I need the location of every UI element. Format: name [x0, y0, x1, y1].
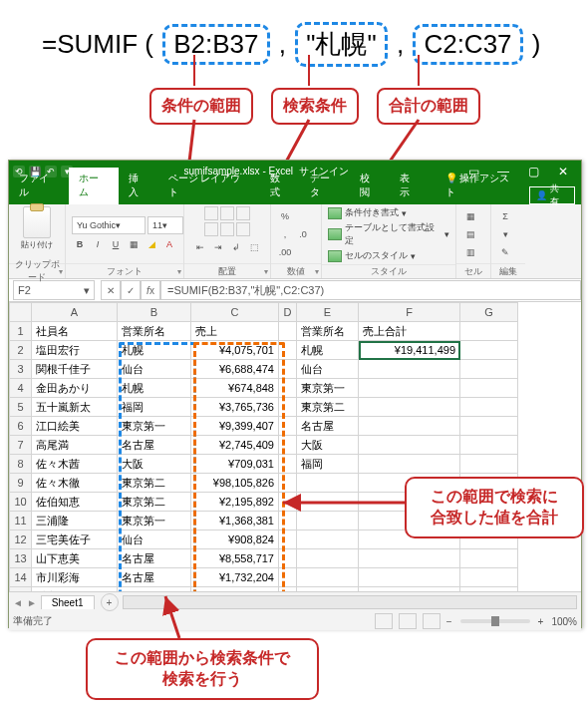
cell[interactable]	[460, 341, 518, 360]
font-name-select[interactable]: Yu Gothic ▾	[72, 216, 146, 234]
cell[interactable]: 大阪	[297, 436, 359, 455]
cell[interactable]: ¥3,765,736	[191, 398, 279, 417]
cell[interactable]: 高尾満	[32, 436, 118, 455]
row-header[interactable]: 8	[10, 455, 32, 474]
cell[interactable]	[359, 379, 460, 398]
row-header[interactable]: 13	[10, 549, 32, 568]
cell[interactable]	[279, 322, 297, 341]
tab-pagelayout[interactable]: ページ レイアウト	[158, 168, 260, 204]
cell[interactable]: ¥1,732,204	[191, 568, 279, 587]
tab-formulas[interactable]: 数式	[260, 168, 300, 204]
nav-next-icon[interactable]: ►	[27, 597, 37, 608]
fill-button[interactable]: ▾	[497, 226, 513, 242]
italic-button[interactable]: I	[90, 236, 106, 252]
indent-inc-button[interactable]: ⇥	[210, 239, 226, 255]
dec-decimal-button[interactable]: .00	[277, 244, 293, 260]
cell[interactable]: 仙台	[118, 530, 191, 549]
tab-insert[interactable]: 挿入	[119, 168, 158, 204]
cell[interactable]	[279, 341, 297, 360]
cell[interactable]	[279, 549, 297, 568]
fill-color-button[interactable]: ◢	[144, 236, 159, 252]
percent-button[interactable]: %	[277, 208, 293, 224]
cell[interactable]: 佐々木茜	[32, 455, 118, 474]
cell[interactable]: 東京第一	[118, 417, 191, 436]
cell[interactable]: ¥1,676,545	[191, 587, 279, 592]
cell[interactable]: 関根千佳子	[32, 360, 118, 379]
tab-review[interactable]: 校閲	[350, 168, 390, 204]
row-header[interactable]: 6	[10, 417, 32, 436]
cell[interactable]: 名古屋	[118, 568, 191, 587]
cell[interactable]: 氏家光	[32, 587, 118, 592]
cell[interactable]: 営業所名	[118, 322, 191, 341]
cell[interactable]: 名古屋	[118, 549, 191, 568]
col-header[interactable]: E	[297, 303, 359, 322]
row-header[interactable]: 15	[10, 587, 32, 592]
cell[interactable]: ¥1,368,381	[191, 512, 279, 530]
row-header[interactable]: 9	[10, 474, 32, 493]
cell[interactable]: 売上	[191, 322, 279, 341]
row-header[interactable]: 5	[10, 398, 32, 417]
cell[interactable]	[297, 549, 359, 568]
zoom-slider[interactable]	[460, 619, 530, 623]
cell[interactable]: ¥2,745,409	[191, 436, 279, 455]
cell[interactable]	[279, 568, 297, 587]
cell[interactable]	[297, 587, 359, 592]
merge-button[interactable]: ⬚	[246, 239, 262, 255]
row-header[interactable]: 3	[10, 360, 32, 379]
tab-file[interactable]: ファイル	[9, 168, 69, 204]
fx-icon[interactable]: fx	[141, 280, 160, 300]
cell[interactable]: 東京第二	[118, 474, 191, 493]
wrap-button[interactable]: ↲	[228, 239, 244, 255]
cell[interactable]: ¥2,195,892	[191, 493, 279, 512]
cell[interactable]: 佐々木徹	[32, 474, 118, 493]
cell[interactable]: ¥8,558,717	[191, 549, 279, 568]
tab-home[interactable]: ホーム	[69, 168, 119, 204]
col-header[interactable]: F	[359, 303, 460, 322]
cell[interactable]	[460, 322, 518, 341]
row-header[interactable]: 7	[10, 436, 32, 455]
cell[interactable]: 福岡	[297, 455, 359, 474]
tab-data[interactable]: データ	[300, 168, 350, 204]
cell[interactable]: 東京第一	[297, 379, 359, 398]
cell[interactable]	[279, 474, 297, 493]
cell[interactable]: ¥9,399,407	[191, 417, 279, 436]
conditional-formatting-button[interactable]: 条件付き書式 ▾	[328, 206, 449, 219]
cell[interactable]: ¥709,031	[191, 455, 279, 474]
cell[interactable]: 仙台	[118, 360, 191, 379]
cell[interactable]: ¥98,105,826	[191, 474, 279, 493]
cell[interactable]	[460, 549, 518, 568]
col-header[interactable]: C	[191, 303, 279, 322]
cell[interactable]	[359, 417, 460, 436]
view-pagelayout-button[interactable]	[399, 613, 417, 629]
cell[interactable]	[359, 360, 460, 379]
tell-me[interactable]: 💡 操作アシスト	[436, 168, 529, 204]
cell[interactable]	[460, 379, 518, 398]
col-header[interactable]: G	[460, 303, 518, 322]
cell[interactable]	[279, 436, 297, 455]
insert-cells-button[interactable]: ▦	[462, 208, 478, 224]
paste-label[interactable]: 貼り付け	[21, 239, 53, 250]
col-header[interactable]: D	[279, 303, 297, 322]
comma-button[interactable]: ,	[277, 226, 293, 242]
clear-button[interactable]: ✎	[497, 244, 513, 260]
row-header[interactable]: 12	[10, 530, 32, 549]
cell[interactable]	[359, 568, 460, 587]
select-all-corner[interactable]	[10, 303, 32, 322]
cell[interactable]	[460, 398, 518, 417]
cell[interactable]	[279, 587, 297, 592]
cell-styles-button[interactable]: セルのスタイル ▾	[328, 249, 449, 262]
underline-button[interactable]: U	[108, 236, 124, 252]
enter-icon[interactable]: ✓	[121, 280, 141, 300]
cancel-icon[interactable]: ✕	[101, 280, 121, 300]
cell[interactable]	[279, 455, 297, 474]
cell[interactable]	[279, 512, 297, 530]
cell[interactable]	[359, 436, 460, 455]
cell[interactable]	[460, 436, 518, 455]
zoom-out-button[interactable]: −	[446, 616, 452, 627]
cell[interactable]: 市川彩海	[32, 568, 118, 587]
indent-dec-button[interactable]: ⇤	[192, 239, 208, 255]
zoom-label[interactable]: 100%	[551, 616, 577, 627]
delete-cells-button[interactable]: ▤	[462, 226, 478, 242]
cell[interactable]	[359, 587, 460, 592]
worksheet-table[interactable]: A B C D E F G 1 社員名 営業所名 売上 営業所名 売上合計 2塩…	[9, 302, 518, 591]
